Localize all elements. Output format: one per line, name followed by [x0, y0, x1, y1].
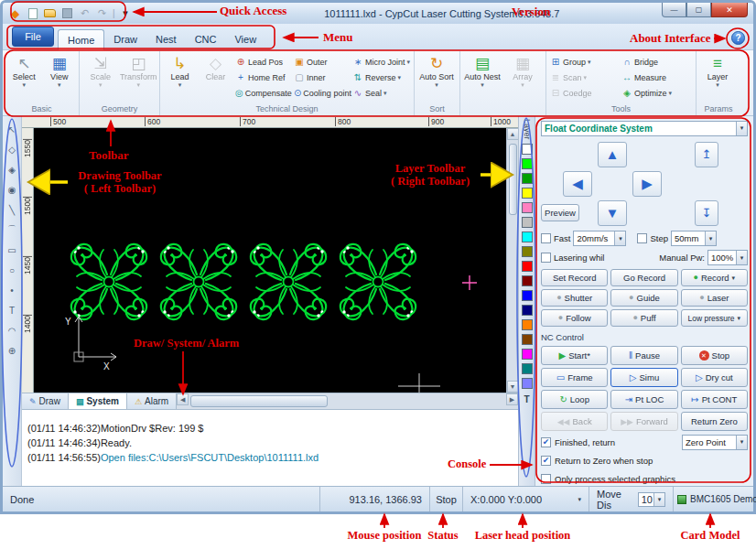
- opened-file-link[interactable]: Open files:C:\Users\FSCUT\Desktop\101111…: [101, 452, 319, 463]
- start-button[interactable]: ▶Start*: [541, 346, 608, 365]
- tab-nest[interactable]: Nest: [146, 28, 186, 49]
- preview-button[interactable]: Preview: [541, 204, 579, 221]
- clear-button[interactable]: ◇Clear: [198, 52, 233, 103]
- move-distance-select[interactable]: 10▾: [638, 492, 665, 507]
- lasering-checkbox[interactable]: [541, 253, 551, 263]
- drawing-canvas[interactable]: Y X: [34, 128, 506, 393]
- home-ref-button[interactable]: +Home Ref: [233, 70, 292, 85]
- inner-button[interactable]: ▢Inner: [292, 70, 351, 85]
- scroll-left-icon[interactable]: ◀: [177, 393, 189, 405]
- center-tool-icon[interactable]: ⊕: [5, 343, 20, 358]
- micro-joint-button[interactable]: ∗Micro Joint▾: [351, 54, 412, 70]
- layer-color-swatch[interactable]: [522, 378, 533, 389]
- scale-button[interactable]: ⇲Scale▾: [81, 52, 120, 103]
- step-checkbox[interactable]: [637, 233, 647, 243]
- follow-button[interactable]: ●Follow: [541, 309, 608, 327]
- hscroll-thumb[interactable]: [190, 395, 328, 407]
- node-edit-icon[interactable]: ◇: [5, 142, 20, 156]
- step-size-select[interactable]: 50mm▾: [671, 231, 717, 246]
- scroll-right-icon[interactable]: ▶: [506, 393, 518, 405]
- layer-color-swatch[interactable]: [522, 173, 533, 184]
- outer-button[interactable]: ▣Outer: [292, 54, 351, 70]
- jog-z-up-button[interactable]: ↥: [695, 142, 718, 167]
- group-button[interactable]: ⊞Group▾: [548, 54, 620, 70]
- laser-head-position[interactable]: X:0.000 Y:0.000▾: [462, 487, 589, 511]
- text-tool-icon[interactable]: T: [5, 303, 20, 318]
- cooling-point-button[interactable]: ⊙Cooling point: [292, 85, 351, 101]
- help-button[interactable]: ?: [731, 31, 745, 45]
- tab-file[interactable]: File: [12, 27, 54, 47]
- layer-color-swatch[interactable]: [522, 246, 533, 257]
- bridge-button[interactable]: ∩Bridge: [620, 54, 693, 70]
- forward-button[interactable]: ▶▶Forward: [610, 412, 677, 431]
- tab-cnc[interactable]: CNC: [186, 28, 226, 49]
- dry-cut-button[interactable]: ▷Dry cut: [681, 368, 748, 387]
- laser-button[interactable]: ●Laser: [681, 289, 748, 307]
- layer-color-swatch[interactable]: [522, 275, 533, 286]
- redo-icon[interactable]: ↷: [94, 6, 110, 20]
- pt-cont-button[interactable]: ↦Pt CONT: [681, 390, 748, 409]
- layer-color-swatch[interactable]: [522, 334, 533, 345]
- go-record-button[interactable]: Go Record: [610, 269, 677, 286]
- tab-home[interactable]: Home: [58, 29, 104, 50]
- select-button[interactable]: ↖Select▾: [6, 52, 42, 103]
- rect-tool-icon[interactable]: ▭: [5, 242, 20, 257]
- scan-button[interactable]: ≣Scan▾: [548, 70, 620, 85]
- circle-tool-icon[interactable]: ○: [5, 263, 20, 277]
- pan-icon[interactable]: ◈: [5, 162, 20, 177]
- auto-sort-button[interactable]: ↻Auto Sort▾: [416, 52, 457, 103]
- coordinate-system-select[interactable]: Float Coordinate System▾: [541, 121, 748, 136]
- low-pressure-button[interactable]: Low pressure▾: [681, 309, 748, 327]
- fast-speed-select[interactable]: 20mm/s▾: [573, 231, 626, 246]
- jog-up-button[interactable]: ▲: [598, 142, 627, 167]
- finished-return-checkbox[interactable]: ✔: [541, 437, 551, 447]
- view-button[interactable]: ▦View▾: [42, 52, 78, 103]
- layer-color-swatch[interactable]: [522, 202, 533, 213]
- pause-button[interactable]: ‖Pause: [610, 346, 677, 365]
- save-file-icon[interactable]: [59, 6, 75, 20]
- vertical-scrollbar[interactable]: ▲ ▼: [506, 128, 518, 393]
- return-zero-button[interactable]: Return Zero: [681, 412, 748, 431]
- record-button[interactable]: ●Record▾: [681, 269, 748, 286]
- new-file-icon[interactable]: [25, 6, 40, 20]
- scroll-down-icon[interactable]: ▼: [507, 381, 519, 393]
- draw-select-icon[interactable]: ↖: [5, 122, 20, 136]
- layer-color-swatch[interactable]: [522, 217, 533, 228]
- optimize-button[interactable]: ◈Optimize▾: [620, 85, 693, 101]
- lead-button[interactable]: ↳Lead▾: [162, 52, 198, 103]
- frame-button[interactable]: ▭Frame: [541, 368, 608, 387]
- arc-tool-icon[interactable]: ⌒: [5, 222, 20, 237]
- auto-nest-button[interactable]: ▤Auto Nest▾: [462, 52, 502, 103]
- back-button[interactable]: ◀◀Back: [541, 412, 608, 431]
- jog-left-button[interactable]: ◀: [563, 171, 592, 197]
- compensate-button[interactable]: ◎Compensate: [233, 85, 292, 101]
- minimize-button[interactable]: —: [662, 3, 686, 17]
- lead-pos-button[interactable]: ⊕Lead Pos: [233, 54, 292, 70]
- guide-button[interactable]: ●Guide: [610, 289, 677, 307]
- tab-system-view[interactable]: ▤System: [69, 393, 127, 409]
- transform-button[interactable]: ◰Transform▾: [120, 52, 158, 103]
- shutter-button[interactable]: ●Shutter: [541, 289, 608, 307]
- zoom-icon[interactable]: ◉: [5, 182, 20, 197]
- zero-point-select[interactable]: Zero Point▾: [682, 435, 748, 450]
- jog-right-button[interactable]: ▶: [632, 171, 662, 197]
- tab-draw-view[interactable]: ✎Draw: [22, 393, 69, 409]
- undo-icon[interactable]: ↶: [77, 6, 92, 20]
- scroll-up-icon[interactable]: ▲: [507, 128, 519, 140]
- tab-view[interactable]: View: [225, 28, 265, 49]
- vscroll-thumb[interactable]: [509, 144, 517, 215]
- pt-loc-button[interactable]: ⇥Pt LOC: [610, 390, 677, 409]
- return-to-zero-checkbox[interactable]: ✔: [541, 456, 551, 466]
- only-selected-checkbox[interactable]: [541, 474, 551, 484]
- tab-alarm-view[interactable]: ⚠Alarm: [127, 393, 177, 409]
- set-record-button[interactable]: Set Record: [541, 269, 608, 286]
- simu-button[interactable]: ▷Simu: [610, 368, 677, 387]
- layer-color-swatch[interactable]: [522, 305, 533, 316]
- layer-color-swatch[interactable]: [522, 319, 533, 330]
- seal-button[interactable]: ∿Seal▾: [351, 85, 412, 101]
- reverse-button[interactable]: ⇅Reverse▾: [351, 70, 412, 85]
- manual-power-select[interactable]: 100%▾: [707, 250, 748, 265]
- layer-color-swatch[interactable]: [522, 363, 533, 374]
- quickaccess-overflow-icon[interactable]: ▾: [118, 6, 134, 20]
- layer-color-swatch[interactable]: [522, 158, 533, 169]
